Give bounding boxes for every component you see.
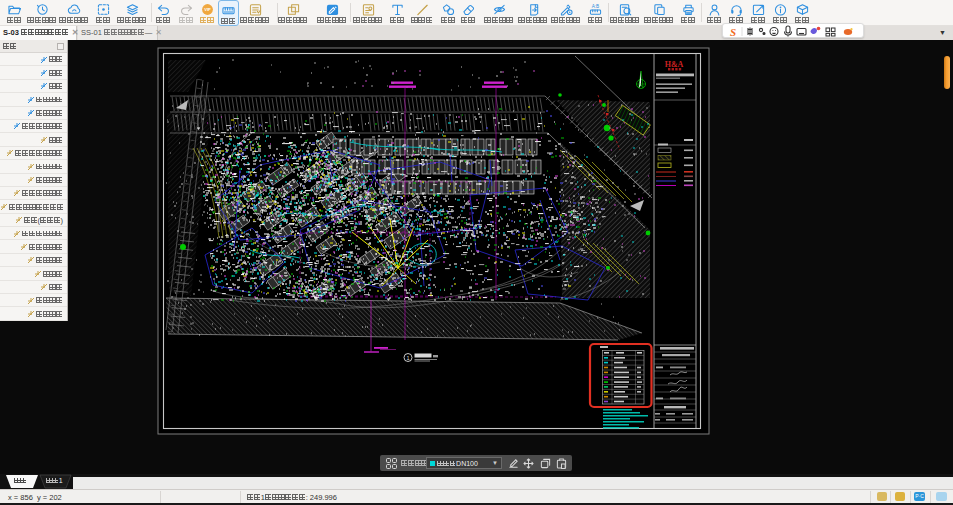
svg-text:1: 1 [406, 355, 409, 361]
svg-text:A:B: A:B [591, 4, 598, 9]
svg-text:H&A: H&A [665, 60, 684, 69]
svg-text:S: S [730, 26, 736, 38]
svg-text:VIP: VIP [204, 7, 211, 12]
